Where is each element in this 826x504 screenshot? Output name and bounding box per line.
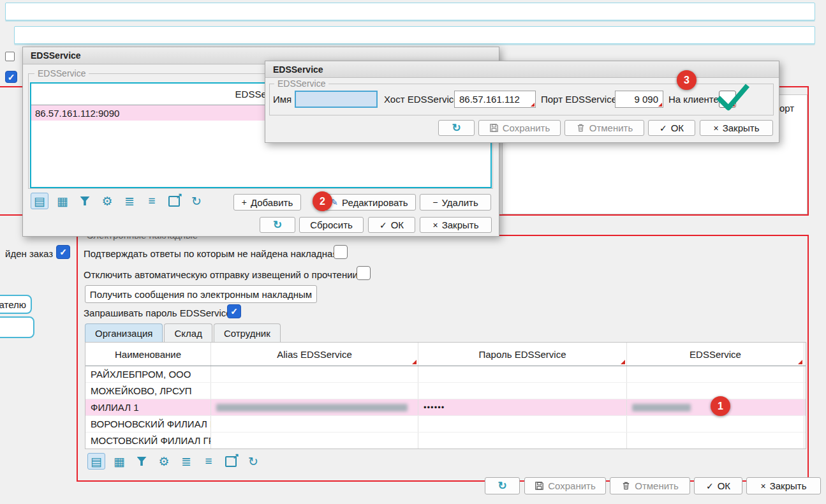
- export-icon[interactable]: ↗: [223, 454, 239, 469]
- top-text-field-2[interactable]: [14, 26, 815, 44]
- close-button-list[interactable]: × Закрыть: [420, 217, 492, 233]
- tab-warehouse[interactable]: Склад: [164, 323, 212, 342]
- annotation-number: 1: [718, 401, 723, 412]
- edit-dialog-title: EDSService: [273, 64, 323, 75]
- top-text-field-1[interactable]: [5, 3, 815, 20]
- column-header-password[interactable]: Пароль EDSService: [418, 343, 627, 366]
- save-icon: [535, 481, 544, 491]
- delete-label: Удалить: [441, 197, 478, 208]
- organizations-table: Наименование Alias EDSService Пароль EDS…: [85, 342, 806, 449]
- annotation-circle-2: 2: [313, 191, 332, 211]
- save-icon: [489, 123, 499, 133]
- cell-name: ФИЛИАЛ 1: [85, 399, 211, 415]
- table-row-selected[interactable]: ФИЛИАЛ 1 ••••••: [85, 399, 806, 416]
- host-value: 86.57.161.112: [459, 94, 520, 105]
- cancel-button-main[interactable]: Отменить: [610, 477, 690, 494]
- row-select-icon[interactable]: ▤: [87, 453, 105, 470]
- redacted-alias: [216, 404, 408, 411]
- tab-employee[interactable]: Сотрудник: [214, 323, 281, 342]
- port-input[interactable]: 9 090: [615, 91, 663, 108]
- add-button[interactable]: + Добавить: [233, 194, 301, 211]
- filter-icon[interactable]: [77, 193, 93, 209]
- order-found-label-fragment: йден заказ: [5, 248, 53, 259]
- gear-glyph: ⚙: [158, 454, 169, 469]
- refresh-button-edit[interactable]: ↻: [438, 120, 475, 136]
- annotation-circle-3: 3: [677, 70, 697, 90]
- ok-label: ОК: [718, 480, 730, 491]
- ok-button-main[interactable]: ✓ ОК: [694, 477, 742, 494]
- close-button-main[interactable]: × Закрыть: [746, 477, 821, 494]
- cell-name: ВОРОНОВСКИЙ ФИЛИАЛ ГР: [85, 416, 211, 432]
- column-header-name[interactable]: Наименование: [85, 343, 211, 366]
- settings-icon[interactable]: ⚙: [99, 193, 115, 209]
- port-label-fragment: орт: [779, 103, 794, 114]
- refresh-glyph: ↻: [191, 194, 202, 209]
- funnel-shape: [80, 196, 90, 205]
- left-checkbox-checked[interactable]: ✓: [5, 71, 17, 83]
- partial-button-left[interactable]: ателю: [0, 295, 32, 314]
- refresh-glyph: ↻: [248, 454, 258, 469]
- numbered-list-icon[interactable]: ≣: [178, 454, 195, 469]
- numbered-list-icon[interactable]: ≣: [121, 193, 138, 209]
- order-found-checkbox[interactable]: ✓: [56, 245, 70, 259]
- grid-glyph: ▦: [57, 194, 68, 209]
- cancel-button-edit[interactable]: Отменить: [564, 120, 644, 136]
- arrow-glyph: ↗: [233, 452, 239, 461]
- trash-icon: [621, 481, 631, 491]
- refresh-button-main[interactable]: ↻: [485, 477, 520, 494]
- column-header-alias[interactable]: Alias EDSService: [211, 343, 418, 366]
- delete-button[interactable]: − Удалить: [420, 194, 491, 211]
- save-button-edit[interactable]: Сохранить: [478, 120, 561, 136]
- table-row[interactable]: МОЖЕЙКОВО, ЛРСУП: [85, 383, 806, 399]
- save-label: Сохранить: [548, 480, 596, 491]
- get-messages-label: Получить сообщения по электронным наклад…: [90, 289, 312, 300]
- ask-password-checkbox[interactable]: ✓: [227, 304, 241, 318]
- refresh-list-icon[interactable]: ↻: [245, 454, 262, 469]
- refresh-icon: ↻: [273, 219, 282, 230]
- edit-button[interactable]: ✎ Редактировать: [323, 194, 416, 211]
- host-input[interactable]: 86.57.161.112: [454, 91, 536, 108]
- ok-button-edit[interactable]: ✓ ОК: [648, 120, 695, 136]
- list-dialog-title: EDSService: [31, 50, 81, 61]
- disable-read-notices-checkbox[interactable]: [357, 266, 371, 280]
- name-input[interactable]: [295, 91, 378, 108]
- edit-dialog-titlebar[interactable]: EDSService: [265, 61, 779, 78]
- ok-button-list[interactable]: ✓ ОК: [368, 217, 415, 233]
- close-label: Закрыть: [442, 219, 479, 230]
- export-icon[interactable]: ↗: [166, 193, 182, 209]
- column-header-eds[interactable]: EDSService: [627, 343, 804, 366]
- refresh-button-list[interactable]: ↻: [260, 217, 295, 233]
- left-checkbox-unchecked[interactable]: [5, 52, 15, 61]
- trash-icon: [576, 123, 586, 133]
- settings-icon[interactable]: ⚙: [156, 454, 172, 469]
- add-label: Добавить: [251, 197, 293, 208]
- refresh-list-icon[interactable]: ↻: [188, 193, 205, 209]
- save-label: Сохранить: [503, 122, 550, 133]
- close-button-edit[interactable]: × Закрыть: [700, 120, 773, 136]
- close-icon: ×: [761, 482, 766, 491]
- grid-view-icon[interactable]: ▦: [111, 454, 128, 469]
- partial-button-left-2[interactable]: [0, 316, 34, 338]
- plus-icon: +: [242, 198, 247, 207]
- column-label: EDSService: [690, 349, 741, 360]
- row-select-icon[interactable]: ▤: [31, 193, 48, 209]
- table-row[interactable]: ВОРОНОВСКИЙ ФИЛИАЛ ГР: [85, 416, 806, 433]
- get-messages-button[interactable]: Получить сообщения по электронным наклад…: [85, 285, 317, 303]
- tab-organization[interactable]: Организация: [85, 323, 163, 342]
- edsservice-edit-dialog: EDSService EDSService Имя Хост EDSServic…: [265, 61, 779, 143]
- refresh-icon: ↻: [498, 480, 506, 491]
- cancel-label: Отменить: [589, 122, 633, 133]
- confirm-no-invoice-checkbox[interactable]: [334, 245, 348, 259]
- save-button-main[interactable]: Сохранить: [524, 477, 606, 494]
- filter-icon[interactable]: [133, 454, 150, 469]
- grid-view-icon[interactable]: ▦: [54, 193, 71, 209]
- big-green-check-icon: [714, 82, 751, 112]
- eds-row-value: 86.57.161.112:9090: [35, 108, 119, 119]
- export-shape: ↗: [168, 196, 180, 207]
- close-icon: ×: [433, 221, 438, 230]
- table-row[interactable]: РАЙХЛЕБПРОМ, ООО: [85, 366, 806, 383]
- table-row[interactable]: МОСТОВСКИЙ ФИЛИАЛ ГРО: [85, 433, 806, 449]
- sort-list-icon[interactable]: ≡: [200, 454, 217, 469]
- sort-list-icon[interactable]: ≡: [144, 193, 160, 209]
- reset-button[interactable]: Сбросить: [299, 217, 364, 233]
